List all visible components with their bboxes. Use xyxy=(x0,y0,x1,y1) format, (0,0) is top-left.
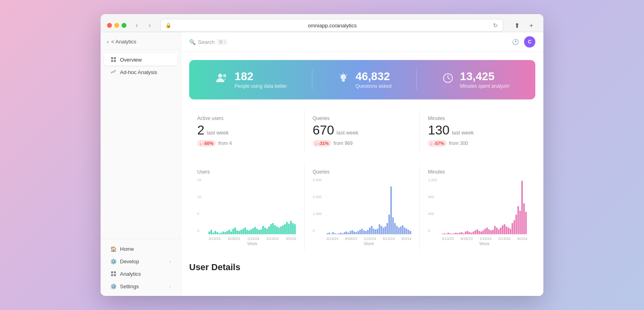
svg-rect-52 xyxy=(274,225,276,234)
svg-rect-50 xyxy=(270,224,272,234)
settings-arrow: › xyxy=(169,284,171,289)
svg-rect-45 xyxy=(260,229,262,234)
svg-rect-109 xyxy=(446,234,447,234)
svg-rect-85 xyxy=(369,227,370,234)
svg-rect-7 xyxy=(114,274,116,276)
sidebar-item-settings[interactable]: ⚙️ Settings › xyxy=(104,280,178,292)
svg-rect-47 xyxy=(264,227,266,234)
svg-rect-126 xyxy=(479,231,480,234)
svg-rect-69 xyxy=(338,233,340,234)
svg-rect-81 xyxy=(361,229,363,234)
settings-icon: ⚙️ xyxy=(110,283,117,289)
svg-rect-41 xyxy=(252,228,254,234)
sidebar-item-home[interactable]: 🏠 Home xyxy=(104,243,178,255)
sidebar-item-develop[interactable]: ⚙️ Develop › xyxy=(104,255,178,267)
svg-line-18 xyxy=(448,78,450,79)
metric-label-users: Active users xyxy=(197,116,296,121)
svg-rect-140 xyxy=(506,226,508,234)
svg-rect-62 xyxy=(294,224,296,234)
svg-rect-51 xyxy=(272,223,274,234)
home-label: Home xyxy=(120,246,134,252)
svg-rect-70 xyxy=(340,233,341,234)
chart-y-label-m-2: 400 xyxy=(428,212,440,216)
svg-rect-36 xyxy=(242,229,244,234)
metric-from-minutes: from 300 xyxy=(449,141,468,146)
metric-change-row-users: ↓ -50% from 4 xyxy=(197,140,296,147)
chart-x-axis-users: Week xyxy=(208,242,296,246)
svg-point-8 xyxy=(218,74,222,78)
address-bar[interactable]: 🔒 omniapp.co/analytics ↻ xyxy=(160,19,503,32)
metric-from-users: from 4 xyxy=(218,141,232,146)
chart-y-label-q-2: 1,000 xyxy=(313,212,325,216)
hero-divider-2 xyxy=(416,70,417,90)
svg-rect-105 xyxy=(408,230,409,234)
chart-x-q-3: 1/15/24 xyxy=(364,237,376,241)
hero-banner: 182 People using data better xyxy=(189,60,535,99)
svg-rect-122 xyxy=(471,233,473,234)
reload-icon[interactable]: ↻ xyxy=(493,22,498,29)
svg-rect-123 xyxy=(473,231,475,234)
adhoc-icon xyxy=(110,69,117,75)
svg-rect-5 xyxy=(114,271,116,273)
svg-rect-100 xyxy=(398,227,400,234)
svg-rect-3 xyxy=(114,60,116,62)
share-button[interactable]: ⬆ xyxy=(511,20,522,31)
search-bar[interactable]: 🔍 Search ⌘ / xyxy=(189,39,506,45)
svg-rect-73 xyxy=(346,231,347,234)
back-button[interactable]: ‹ xyxy=(131,20,142,31)
hero-stat1-value: 182 xyxy=(235,70,287,83)
close-button[interactable] xyxy=(107,23,112,28)
svg-line-14 xyxy=(347,74,347,75)
svg-rect-79 xyxy=(357,231,359,234)
svg-rect-68 xyxy=(336,234,338,234)
svg-rect-25 xyxy=(221,233,222,234)
hero-stat2-label: Questions asked xyxy=(355,83,391,89)
develop-label: Develop xyxy=(120,258,139,265)
new-tab-button[interactable]: ＋ xyxy=(526,20,537,31)
forward-button[interactable]: › xyxy=(144,20,155,31)
svg-rect-133 xyxy=(492,230,494,234)
svg-rect-104 xyxy=(406,229,407,234)
svg-rect-121 xyxy=(469,232,471,234)
svg-rect-147 xyxy=(520,211,521,234)
sidebar-item-adhoc[interactable]: Ad-hoc Analysis xyxy=(104,66,178,78)
maximize-button[interactable] xyxy=(122,23,126,28)
svg-rect-127 xyxy=(481,231,482,234)
svg-rect-28 xyxy=(227,231,228,234)
svg-rect-108 xyxy=(444,233,445,234)
metric-card-queries: Queries 670 last week ↓ -31% from 969 xyxy=(305,109,420,153)
metric-change-row-queries: ↓ -31% from 969 xyxy=(313,140,412,147)
svg-rect-91 xyxy=(380,226,382,234)
chart-x-m-4: 5/13/24 xyxy=(498,237,510,241)
svg-rect-116 xyxy=(459,233,461,234)
user-avatar[interactable]: C xyxy=(524,36,535,48)
develop-icon: ⚙️ xyxy=(110,258,117,265)
metric-from-queries: from 969 xyxy=(334,141,353,146)
sidebar-item-overview[interactable]: Overview xyxy=(104,54,178,66)
analytics-nav-icon xyxy=(110,271,117,277)
analytics-nav-label: Analytics xyxy=(120,271,141,277)
svg-rect-54 xyxy=(278,227,280,234)
svg-rect-67 xyxy=(334,233,336,234)
svg-rect-57 xyxy=(284,224,286,234)
minimize-button[interactable] xyxy=(114,23,119,28)
browser-actions: ⬆ ＋ xyxy=(511,20,537,31)
svg-rect-29 xyxy=(228,230,230,234)
svg-rect-117 xyxy=(461,232,463,234)
chart-y-label-users-1: 0 xyxy=(197,229,207,233)
user-details-title: User Details xyxy=(189,262,535,273)
svg-rect-124 xyxy=(475,230,476,234)
chart-x-users-1: 3/13/23 xyxy=(208,237,221,241)
charts-row: Users 15 10 5 0 3/13/23 xyxy=(189,163,535,252)
svg-rect-96 xyxy=(390,186,392,234)
chart-x-q-5: 9/2/24 xyxy=(401,237,411,241)
chart-y-label-users-3: 10 xyxy=(197,195,207,199)
svg-rect-63 xyxy=(326,233,328,234)
svg-rect-114 xyxy=(455,233,457,234)
chart-x-axis-minutes: Week xyxy=(442,242,527,246)
sidebar-item-analytics[interactable]: Analytics xyxy=(104,268,178,280)
sidebar-header[interactable]: ‹ < Analytics xyxy=(101,32,181,50)
svg-rect-61 xyxy=(292,223,294,234)
chart-x-m-2: 8/28/23 xyxy=(460,237,473,241)
clock-button[interactable]: 🕐 xyxy=(510,36,521,48)
